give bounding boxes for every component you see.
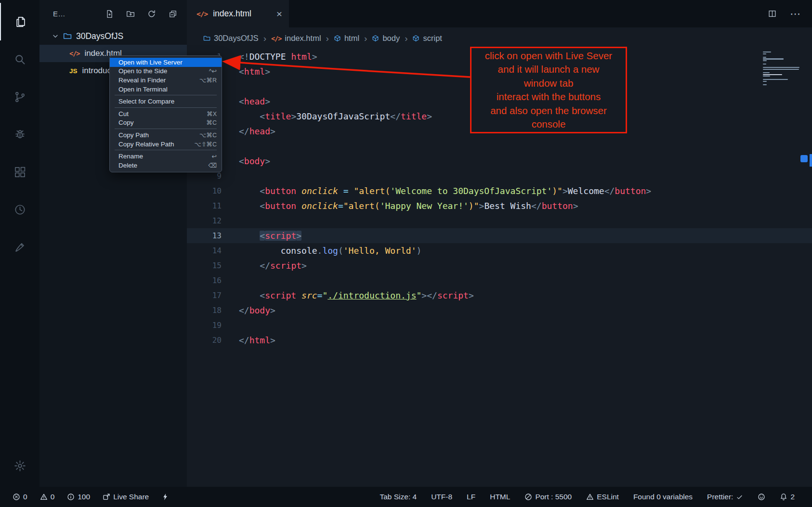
code-line-19[interactable]: 19 [187,318,812,333]
line-number: 17 [187,288,222,303]
menu-item-open-with-live-server[interactable]: Open with Live Server [110,58,222,67]
collapse-folders-icon[interactable] [169,10,177,18]
annotation-text: console [471,117,626,131]
code-line-9[interactable]: 9 [187,169,812,183]
extensions-icon[interactable] [0,153,39,191]
status-encoding[interactable]: UTF-8 [431,493,452,501]
code-line-10[interactable]: 10 <button onclick = "alert('Welcome to … [187,183,812,198]
pen-icon[interactable] [0,228,39,266]
minimap-line [763,81,767,82]
code-line-7[interactable]: 7 [187,139,812,154]
minimap-line [763,76,770,77]
status-lightning[interactable] [161,493,169,501]
code-line-15[interactable]: 15 </script> [187,258,812,273]
smiley-icon [758,493,765,501]
minimap[interactable] [763,52,800,85]
breadcrumb-script[interactable]: script [412,34,442,43]
settings-gear-icon[interactable] [0,444,39,487]
menu-item-copy[interactable]: Copy⌘C [110,118,222,128]
warning-icon [40,493,48,501]
menu-item-open-to-the-side[interactable]: Open to the Side^↩ [110,67,222,76]
line-number: 19 [187,318,222,333]
menu-item-delete[interactable]: Delete⌫ [110,161,222,170]
code-line-14[interactable]: 14 console.log('Hello, World') [187,243,812,258]
code-line-18[interactable]: 18</body> [187,303,812,318]
port-icon [524,493,532,501]
refresh-icon[interactable] [147,10,156,18]
minimap-line [763,84,767,85]
status-live-share[interactable]: Live Share [103,493,149,501]
status-feedback-smiley[interactable] [758,493,765,501]
menu-item-cut[interactable]: Cut⌘X [110,109,222,118]
line-number: 11 [187,198,222,213]
menu-separator [115,129,217,129]
breadcrumb-separator-icon: › [405,33,407,44]
status-eslint[interactable]: ESLint [586,493,619,501]
split-editor-icon[interactable] [768,10,776,18]
code-line-11[interactable]: 11 <button onclick="alert('Happy New Yea… [187,198,812,213]
tree-folder-30daysofjs[interactable]: 30DaysOfJS [39,27,187,45]
history-icon[interactable] [0,191,39,228]
line-number: 15 [187,258,222,273]
scrollbar-marker[interactable] [800,155,808,162]
search-icon[interactable] [0,40,39,78]
html-file-icon: </> [69,50,79,57]
status-eol[interactable]: LF [467,493,475,501]
status-notifications[interactable]: 2 [780,493,795,501]
breadcrumb-separator-icon: › [364,33,367,44]
live-share-icon [103,493,110,501]
menu-item-select-for-compare[interactable]: Select for Compare [110,97,222,106]
menu-item-copy-path[interactable]: Copy Path⌥⌘C [110,130,222,140]
status-tab-size[interactable]: Tab Size: 4 [380,493,417,501]
annotation-text: window tab [471,77,626,91]
code-line-8[interactable]: 8<body> [187,154,812,169]
menu-separator [115,150,217,150]
tab-index-html[interactable]: </> index.html × [187,0,289,27]
menu-separator [115,95,217,95]
close-tab-icon[interactable]: × [276,9,282,19]
status-info-count[interactable]: 100 [67,493,90,501]
status-bar: 00100Live Share Tab Size: 4UTF-8LFHTMLPo… [0,487,812,507]
status-variables[interactable]: Found 0 variables [633,493,693,501]
breadcrumb-index-html[interactable]: </>index.html [271,34,321,43]
menu-item-open-in-terminal[interactable]: Open in Terminal [110,85,222,94]
menu-item-reveal-in-finder[interactable]: Reveal in Finder⌥⌘R [110,76,222,85]
status-prettier[interactable]: Prettier: [707,493,743,501]
line-number: 18 [187,303,222,318]
context-menu: Open with Live ServerOpen to the Side^↩R… [109,55,222,172]
code-line-17[interactable]: 17 <script src="./introduction.js"></scr… [187,288,812,303]
minimap-line [763,57,766,58]
info-icon [67,493,75,501]
code-line-16[interactable]: 16 [187,273,812,288]
annotation-box: click on open with Live Sever and it wil… [470,47,627,133]
status-language-mode[interactable]: HTML [490,493,510,501]
new-folder-icon[interactable] [126,10,135,18]
breadcrumb-body[interactable]: body [372,34,400,43]
cube-icon [334,35,341,42]
menu-item-copy-relative-path[interactable]: Copy Relative Path⌥⇧⌘C [110,140,222,149]
cube-icon [412,35,419,42]
html-file-icon: </> [271,35,281,42]
new-file-icon[interactable] [105,10,114,18]
minimap-line [763,64,766,65]
annotation-text: and it will launch a new [471,63,626,77]
breadcrumb-30daysofjs[interactable]: 30DaysOfJS [203,34,259,43]
breadcrumb-html[interactable]: html [334,34,359,43]
status-warnings[interactable]: 0 [40,493,55,501]
code-line-12[interactable]: 12 [187,213,812,228]
run-debug-icon[interactable] [0,116,39,153]
line-number: 13 [187,228,222,243]
status-port[interactable]: Port : 5500 [524,493,572,501]
menu-item-rename[interactable]: Rename↩ [110,152,222,161]
source-control-icon[interactable] [0,78,39,116]
more-actions-icon[interactable]: ⋯ [790,9,800,19]
explorer-header: E… [39,0,187,27]
code-line-20[interactable]: 20</html> [187,333,812,348]
minimap-line [763,58,784,59]
cube-icon [372,35,379,42]
status-errors[interactable]: 0 [13,493,27,501]
line-number: 16 [187,273,222,288]
code-line-13[interactable]: 13 <script> [187,228,812,243]
explorer-icon[interactable] [0,3,39,40]
html-file-icon: </> [196,10,208,18]
